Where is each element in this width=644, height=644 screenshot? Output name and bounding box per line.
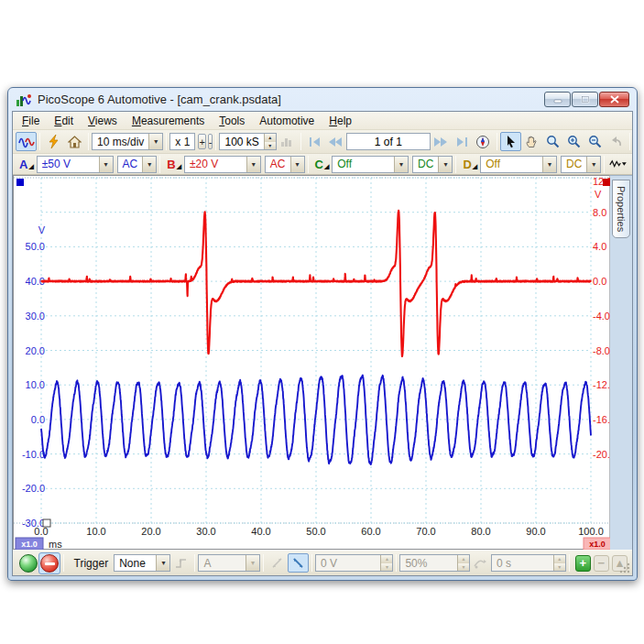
falling-edge-button[interactable] <box>288 553 309 573</box>
svg-text:0.0: 0.0 <box>31 414 45 425</box>
scope-chart[interactable]: 50.040.030.020.010.00.0-10.0-20.0-30.0V1… <box>13 175 610 550</box>
channel-menu-arrow-icon: ◢ <box>324 163 329 170</box>
buffer-navigator-button[interactable] <box>473 132 494 151</box>
channel-menu-arrow-icon: ◢ <box>28 163 33 170</box>
channel-c-range-select[interactable]: Off▾ <box>332 156 409 173</box>
home-button[interactable] <box>64 132 85 151</box>
svg-text:ms: ms <box>49 539 62 550</box>
channel-a-range-select[interactable]: ±50 V▾ <box>37 156 114 173</box>
menu-bar: File Edit Views Measurements Tools Autom… <box>13 112 632 130</box>
zoom-out-tool-button[interactable] <box>584 132 606 151</box>
menu-automotive[interactable]: Automotive <box>252 114 322 128</box>
timebase-select[interactable]: 10 ms/div ▾ <box>92 133 163 150</box>
svg-text:10.0: 10.0 <box>86 526 105 537</box>
samples-spinner[interactable]: 100 kS ▴▾ <box>219 133 276 150</box>
zoom-factor-increase-button[interactable]: + <box>198 134 205 149</box>
delete-measurement-button[interactable]: − <box>594 555 609 572</box>
svg-text:70.0: 70.0 <box>416 526 435 537</box>
svg-text:-10.0: -10.0 <box>22 449 45 460</box>
stop-capture-button[interactable] <box>40 554 59 573</box>
spin-down-icon: ▾ <box>381 563 392 572</box>
menu-views[interactable]: Views <box>81 114 125 128</box>
zoom-factor-value: x 1 <box>170 136 194 148</box>
rising-edge-button[interactable] <box>267 553 288 573</box>
trigger-level-spinner[interactable]: 0 V ▴▾ <box>315 554 393 572</box>
close-button[interactable] <box>599 92 629 107</box>
waveform-plot[interactable]: 50.040.030.020.010.00.0-10.0-20.0-30.0V1… <box>14 176 613 551</box>
channel-b-coupling-select[interactable]: AC▾ <box>265 156 305 173</box>
trigger-mode-select[interactable]: None▾ <box>114 554 170 572</box>
channel-a-menu[interactable]: A◢ <box>19 158 34 171</box>
channel-a-coupling-select[interactable]: AC▾ <box>117 156 158 173</box>
channel-c-coupling-select[interactable]: DC▾ <box>412 156 453 173</box>
svg-text:8.0: 8.0 <box>593 207 606 218</box>
properties-tab-label: Properties <box>616 186 627 232</box>
zoom-in-tool-button[interactable] <box>563 132 584 151</box>
menu-measurements[interactable]: Measurements <box>125 114 212 128</box>
trigger-delay-spinner[interactable]: 0 s ▴▾ <box>491 554 566 572</box>
start-capture-wrap <box>17 552 38 574</box>
chevron-down-icon: ▾ <box>542 157 556 172</box>
channel-c-menu[interactable]: C◢ <box>315 158 330 171</box>
separator <box>39 133 40 150</box>
svg-text:V: V <box>38 224 46 235</box>
separator <box>263 554 264 572</box>
separator <box>396 554 397 572</box>
marquee-zoom-tool-button[interactable] <box>542 132 563 151</box>
timebase-value: 10 ms/div <box>93 136 148 148</box>
spin-down-icon[interactable]: ▾ <box>265 142 276 150</box>
spin-up-icon[interactable]: ▴ <box>265 134 276 142</box>
buffer-position-field[interactable] <box>346 133 431 150</box>
probes-menu-button[interactable] <box>607 155 629 174</box>
restore-button[interactable] <box>572 92 598 107</box>
next-buffer-button[interactable] <box>431 132 452 151</box>
hand-tool-button[interactable] <box>521 132 542 151</box>
autosetup-button[interactable] <box>43 132 64 151</box>
spin-down-icon: ▾ <box>458 563 469 572</box>
channel-d-coupling-select[interactable]: DC▾ <box>561 156 601 173</box>
channel-b-range-select[interactable]: ±20 V▾ <box>184 156 261 173</box>
start-capture-button[interactable] <box>19 554 38 573</box>
channel-b-menu[interactable]: B◢ <box>167 158 181 171</box>
spin-up-icon: ▴ <box>554 555 565 563</box>
title-bar[interactable]: PicoScope 6 Automotive - [cam_crank.psda… <box>8 88 637 111</box>
svg-text:50.0: 50.0 <box>26 241 45 252</box>
svg-text:10.0: 10.0 <box>26 379 45 390</box>
normal-selection-tool-button[interactable] <box>500 132 521 151</box>
chevron-down-icon: ▾ <box>148 134 162 149</box>
channel-menu-arrow-icon: ◢ <box>177 163 181 170</box>
tab-properties[interactable]: Properties <box>612 180 630 238</box>
menu-tools[interactable]: Tools <box>212 114 252 128</box>
separator <box>215 133 216 150</box>
previous-buffer-button[interactable] <box>325 132 346 151</box>
menu-help[interactable]: Help <box>322 114 359 128</box>
samples-value: 100 kS <box>220 136 263 148</box>
zoom-factor-decrease-button[interactable]: - <box>208 134 213 149</box>
menu-file[interactable]: File <box>15 114 47 128</box>
pretrigger-spinner[interactable]: 50% ▴▾ <box>399 554 470 572</box>
first-buffer-button[interactable] <box>304 132 325 151</box>
post-trigger-delay-button[interactable] <box>470 553 491 573</box>
svg-text:x1.0: x1.0 <box>21 540 38 549</box>
svg-text:40.0: 40.0 <box>251 526 270 537</box>
separator <box>194 554 195 572</box>
last-buffer-button[interactable] <box>452 132 473 151</box>
undo-zoom-button[interactable] <box>606 132 627 151</box>
svg-text:-4.0: -4.0 <box>593 311 610 322</box>
svg-text:90.0: 90.0 <box>526 526 545 537</box>
minimize-button[interactable] <box>544 92 571 107</box>
chevron-down-icon: ▾ <box>394 157 408 172</box>
zoom-factor-field[interactable]: x 1 <box>169 133 195 150</box>
trigger-edge-type-button[interactable] <box>170 553 191 573</box>
menu-edit[interactable]: Edit <box>47 114 81 128</box>
svg-text:0.0: 0.0 <box>34 526 48 537</box>
scope-view-button[interactable] <box>16 132 37 151</box>
resize-grip[interactable] <box>618 562 631 574</box>
channel-d-range-select[interactable]: Off▾ <box>480 156 557 173</box>
spin-up-icon: ▴ <box>381 555 392 563</box>
measurements-button[interactable] <box>277 132 298 151</box>
trigger-source-select[interactable]: A▾ <box>198 554 260 572</box>
channel-d-menu[interactable]: D◢ <box>463 158 477 171</box>
separator <box>604 156 605 173</box>
add-measurement-button[interactable]: + <box>575 555 591 572</box>
